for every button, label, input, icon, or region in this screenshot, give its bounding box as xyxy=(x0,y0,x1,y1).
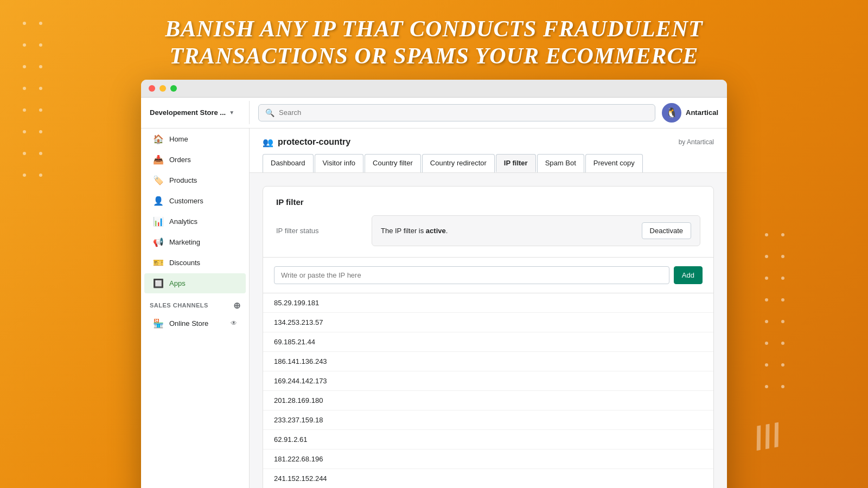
user-name: Antartical xyxy=(686,108,718,117)
background-dot xyxy=(781,277,784,280)
maximize-button-icon[interactable] xyxy=(170,85,177,92)
sidebar-item-discounts[interactable]: 🎫 Discounts xyxy=(144,253,246,273)
ip-list-item: 201.28.169.180 xyxy=(263,391,713,410)
app-title-row: 👥 protector-country by Antartical xyxy=(263,137,714,147)
add-ip-button[interactable]: Add xyxy=(674,266,703,284)
tab-spam-bot[interactable]: Spam Bot xyxy=(537,154,584,172)
background-dot xyxy=(765,342,768,345)
ip-list-item: 134.253.213.57 xyxy=(263,313,713,332)
background-dot xyxy=(39,108,42,112)
background-dot xyxy=(39,87,42,90)
status-box: The IP filter is active. Deactivate xyxy=(372,215,700,246)
sidebar-item-orders[interactable]: 📥 Orders xyxy=(144,150,246,170)
background-dot xyxy=(23,152,26,155)
online-store-label: Online Store xyxy=(169,319,208,328)
sidebar-item-marketing[interactable]: 📢 Marketing xyxy=(144,232,246,252)
ip-list-item: 69.185.21.44 xyxy=(263,332,713,352)
sidebar-item-online-store[interactable]: 🏪 Online Store 👁 xyxy=(144,313,246,333)
tab-ip-filter[interactable]: IP filter xyxy=(496,154,536,172)
background-dot xyxy=(23,108,26,112)
chevron-down-icon: ▼ xyxy=(229,110,234,115)
close-button-icon[interactable] xyxy=(149,85,155,92)
background-dot xyxy=(23,65,26,68)
status-active-word: active xyxy=(426,227,446,235)
background-dot xyxy=(765,385,768,388)
headline-line1: Banish any IP that conducts fraudulent xyxy=(165,15,703,42)
search-bar[interactable]: 🔍 xyxy=(258,104,655,121)
discounts-icon: 🎫 xyxy=(153,258,164,268)
status-prefix: The IP filter is xyxy=(381,227,426,235)
tab-visitor-info[interactable]: Visitor info xyxy=(315,154,363,172)
tabs: DashboardVisitor infoCountry filterCount… xyxy=(263,154,714,172)
search-icon: 🔍 xyxy=(265,108,275,117)
status-label: IP filter status xyxy=(276,227,363,235)
ip-filter-section-title-area: IP filter IP filter status The IP filter… xyxy=(263,187,713,258)
decorative-slashes: /// xyxy=(751,416,784,458)
background-dot xyxy=(39,130,42,133)
by-antartical: by Antartical xyxy=(679,138,714,146)
customers-icon: 👤 xyxy=(153,196,164,206)
tab-prevent-copy[interactable]: Prevent copy xyxy=(585,154,643,172)
ip-input[interactable] xyxy=(274,266,669,284)
tab-dashboard[interactable]: Dashboard xyxy=(263,154,314,172)
sidebar-item-home[interactable]: 🏠 Home xyxy=(144,129,246,149)
headline-line2: transactions or spams your ecommerce xyxy=(165,42,703,69)
sales-channels-header: Sales Channels ⊕ xyxy=(141,294,249,313)
sidebar-item-customers[interactable]: 👤 Customers xyxy=(144,191,246,211)
background-dot xyxy=(39,43,42,47)
background-dot xyxy=(23,22,26,25)
app-header-bar: Developement Store ... ▼ 🔍 🐧 Antartical xyxy=(141,98,727,129)
store-name: Developement Store ... xyxy=(150,108,226,117)
add-sales-channel-icon[interactable]: ⊕ xyxy=(233,300,241,311)
sidebar-item-label-discounts: Discounts xyxy=(169,259,200,267)
main-content: 👥 protector-country by Antartical Dashbo… xyxy=(250,129,727,488)
store-selector[interactable]: Developement Store ... ▼ xyxy=(141,101,250,124)
deactivate-button[interactable]: Deactivate xyxy=(642,222,691,239)
background-dot xyxy=(765,298,768,301)
background-dot xyxy=(765,363,768,367)
search-input[interactable] xyxy=(279,108,648,117)
background-dot xyxy=(765,277,768,280)
background-dot xyxy=(39,152,42,155)
ip-list-item: 241.152.152.244 xyxy=(263,469,713,488)
sidebar-item-label-orders: Orders xyxy=(169,156,191,164)
background-dot xyxy=(23,87,26,90)
browser-window: Developement Store ... ▼ 🔍 🐧 Antartical … xyxy=(141,80,727,488)
background-dot xyxy=(781,342,784,345)
headline: Banish any IP that conducts fraudulent t… xyxy=(165,15,703,70)
orders-icon: 📥 xyxy=(153,155,164,165)
background-dot xyxy=(781,385,784,388)
ip-list-item: 186.141.136.243 xyxy=(263,352,713,371)
ip-list-item: 233.237.159.18 xyxy=(263,410,713,430)
background-dot xyxy=(765,233,768,236)
sidebar-item-products[interactable]: 🏷️ Products xyxy=(144,170,246,190)
background-dot xyxy=(781,233,784,236)
sidebar-item-apps[interactable]: 🔲 Apps xyxy=(144,273,246,293)
app-section-header: 👥 protector-country by Antartical Dashbo… xyxy=(250,129,727,173)
ip-list-item: 85.29.199.181 xyxy=(263,293,713,313)
app-title: 👥 protector-country xyxy=(263,137,350,147)
status-text: The IP filter is active. xyxy=(381,227,448,235)
background-dot xyxy=(765,320,768,323)
ip-list-item: 169.244.142.173 xyxy=(263,371,713,391)
background-dot xyxy=(781,363,784,367)
sidebar-item-label-marketing: Marketing xyxy=(169,238,200,246)
minimize-button-icon[interactable] xyxy=(159,85,166,92)
sidebar-item-label-analytics: Analytics xyxy=(169,217,197,226)
ip-list: 85.29.199.181134.253.213.5769.185.21.441… xyxy=(263,293,713,488)
sidebar-item-label-products: Products xyxy=(169,176,197,184)
sidebar-item-analytics[interactable]: 📊 Analytics xyxy=(144,211,246,232)
marketing-icon: 📢 xyxy=(153,237,164,247)
background-dot xyxy=(781,320,784,323)
apps-icon: 🔲 xyxy=(153,278,164,288)
app-layout: 🏠 Home 📥 Orders 🏷️ Products 👤 Customers … xyxy=(141,129,727,488)
tab-country-redirector[interactable]: Country redirector xyxy=(422,154,495,172)
background-dot xyxy=(781,255,784,258)
analytics-icon: 📊 xyxy=(153,216,164,227)
home-icon: 🏠 xyxy=(153,134,164,144)
background-dot xyxy=(765,255,768,258)
sidebar-item-label-home: Home xyxy=(169,135,188,143)
tab-country-filter[interactable]: Country filter xyxy=(365,154,421,172)
background-dot xyxy=(39,65,42,68)
content-area: IP filter IP filter status The IP filter… xyxy=(250,173,727,488)
